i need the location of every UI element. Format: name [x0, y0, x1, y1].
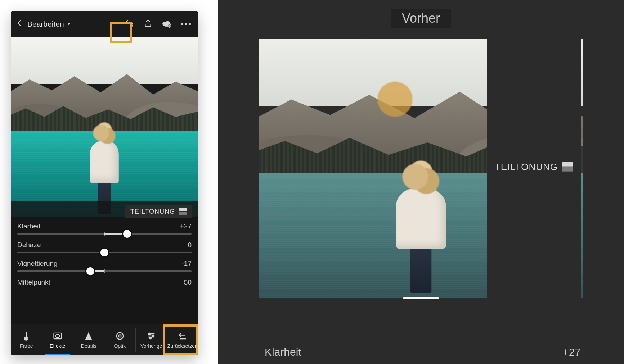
back-icon[interactable] [14, 18, 25, 30]
tool-label: Vorherige [140, 343, 162, 349]
tool-label: Farbe [20, 343, 33, 349]
slider-thumb[interactable] [99, 247, 109, 258]
reset-icon [178, 331, 188, 341]
svg-point-1 [26, 338, 27, 340]
home-indicator [403, 297, 439, 299]
slider-thumb[interactable] [85, 266, 95, 276]
bottom-tool-strip: FarbeEffekteDetailsOptik VorherigeZurück… [11, 324, 198, 355]
slider-klarheit[interactable]: Klarheit+27 [17, 222, 192, 235]
slider-track[interactable] [17, 270, 192, 272]
slider-value: -17 [182, 260, 192, 268]
before-label: Vorher [391, 9, 451, 28]
share-icon[interactable] [143, 19, 153, 29]
svg-point-3 [55, 334, 60, 337]
slider-thumb[interactable] [122, 229, 132, 239]
chevron-down-icon: ▼ [67, 22, 71, 27]
split-toning-button[interactable]: TEILTONUNG [125, 205, 192, 218]
svg-point-8 [150, 337, 152, 339]
edited-photo[interactable] [11, 37, 198, 217]
tool-label: Details [81, 343, 96, 349]
before-preview-panel: Vorher TEILTONUNG Klarheit +27 [218, 0, 624, 364]
slider-label: Vignettierung [17, 260, 58, 268]
slider-track[interactable] [17, 233, 192, 235]
split-toning-button-large[interactable]: TEILTONUNG [487, 4, 581, 330]
klarheit-readout-value: +27 [562, 346, 581, 358]
slider-value: 0 [188, 241, 192, 249]
lens-icon [115, 331, 125, 341]
slider-label: Mittelpunkt [17, 278, 50, 286]
cloud-add-icon[interactable] [162, 19, 171, 29]
slider-mittelpunkt[interactable]: Mittelpunkt50 [17, 278, 192, 286]
slider-track[interactable] [17, 252, 192, 253]
vignette-icon [53, 331, 63, 341]
tool-farbe[interactable]: Farbe [11, 324, 42, 355]
top-bar: Bearbeiten ▼ ••• [11, 11, 198, 37]
sliders-icon [146, 331, 156, 341]
tool-details[interactable]: Details [73, 324, 104, 355]
tool-effekte[interactable]: Effekte [42, 324, 73, 355]
edit-mode-label: Bearbeiten [27, 20, 64, 28]
svg-point-7 [152, 335, 154, 337]
split-toning-label: TEILTONUNG [130, 208, 175, 215]
sharpen-icon [84, 331, 94, 341]
svg-point-4 [116, 333, 123, 340]
thermometer-icon [21, 331, 31, 341]
klarheit-readout-label: Klarheit [265, 346, 301, 358]
svg-point-6 [149, 333, 151, 335]
tool-label: Effekte [50, 343, 65, 349]
edit-mode-dropdown[interactable]: Bearbeiten ▼ [27, 20, 71, 28]
klarheit-readout: Klarheit +27 [265, 346, 581, 358]
tool-vorherige[interactable]: Vorherige [136, 324, 167, 355]
slider-label: Dehaze [17, 241, 41, 249]
tool-label: Optik [114, 343, 126, 349]
phone-screenshot-left: Bearbeiten ▼ ••• TE [11, 11, 198, 355]
split-toning-swatch-icon [562, 162, 573, 172]
slider-value: +27 [180, 222, 192, 230]
tool-optik[interactable]: Optik [104, 324, 136, 355]
split-toning-swatch-icon [179, 208, 187, 215]
slider-vignettierung[interactable]: Vignettierung-17 [17, 260, 192, 272]
slider-value: 50 [184, 278, 192, 286]
svg-point-5 [118, 335, 121, 337]
undo-icon[interactable] [125, 19, 134, 29]
slider-label: Klarheit [17, 222, 40, 230]
more-icon[interactable]: ••• [181, 19, 192, 29]
effects-panel: TEILTONUNG Klarheit+27Dehaze0Vignettieru… [11, 201, 198, 324]
touch-indicator-icon [378, 82, 412, 117]
tool-zurücksetzen[interactable]: Zurücksetzen [167, 324, 198, 355]
split-toning-label-large: TEILTONUNG [495, 161, 558, 173]
tool-label: Zurücksetzen [167, 343, 198, 349]
slider-dehaze[interactable]: Dehaze0 [17, 241, 192, 253]
